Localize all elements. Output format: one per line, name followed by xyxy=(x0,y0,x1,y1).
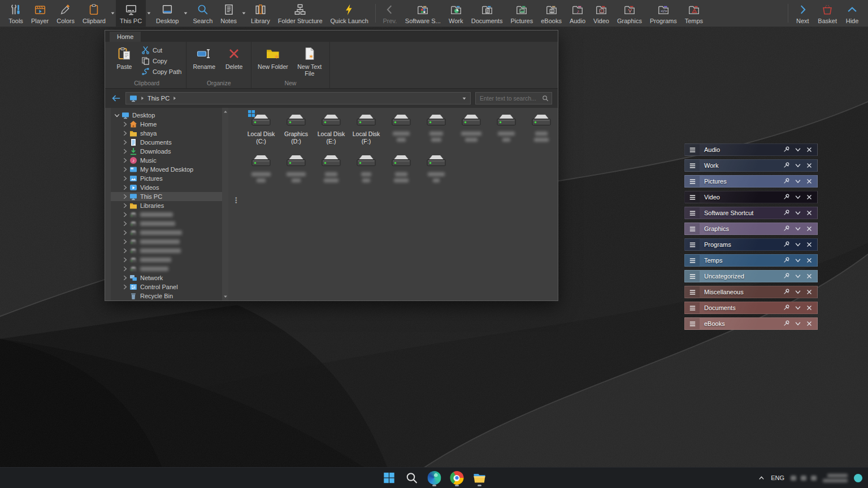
drag-handle-icon[interactable] xyxy=(685,191,700,203)
chevron-right-icon[interactable] xyxy=(122,248,128,254)
chevron-right-icon[interactable] xyxy=(122,230,128,236)
category-bar-miscellaneous[interactable]: Miscellaneous xyxy=(684,286,818,298)
toolbar-item-desktop[interactable]: Desktop xyxy=(152,0,183,27)
toolbar-item-clipbard[interactable]: Clipbard xyxy=(79,0,110,27)
toolbar-dropdown-caret[interactable] xyxy=(183,0,189,27)
chevron-down-icon[interactable] xyxy=(794,304,802,312)
taskbar-icon-start[interactable] xyxy=(381,469,397,486)
breadcrumb[interactable]: This PC xyxy=(125,92,471,104)
close-icon[interactable] xyxy=(805,304,813,312)
clock-redacted[interactable] xyxy=(823,474,848,482)
chevron-right-icon[interactable] xyxy=(122,140,128,145)
close-icon[interactable] xyxy=(805,162,813,169)
category-bar-software-shortcut[interactable]: Software Shortcut xyxy=(684,207,818,219)
tree-item-network[interactable]: Network xyxy=(111,273,228,282)
chevron-right-icon[interactable] xyxy=(122,275,128,281)
toolbar-item-temps[interactable]: Temps xyxy=(681,0,707,27)
chevron-right-icon[interactable] xyxy=(122,149,128,154)
tree-item-shaya[interactable]: shaya xyxy=(111,129,228,138)
back-button[interactable] xyxy=(111,93,121,103)
chevron-right-icon[interactable] xyxy=(122,293,128,299)
pane-splitter[interactable]: ••• xyxy=(228,108,244,300)
toolbar-item-quick-launch[interactable]: Quick Launch xyxy=(327,0,372,27)
chevron-down-icon[interactable] xyxy=(794,256,802,264)
chevron-right-icon[interactable] xyxy=(122,266,128,272)
tree-item-music[interactable]: ♪Music xyxy=(111,156,228,165)
pin-icon[interactable] xyxy=(783,304,791,312)
toolbar-item-work[interactable]: Work xyxy=(445,0,467,27)
close-icon[interactable] xyxy=(805,241,813,249)
chevron-right-icon[interactable] xyxy=(122,194,128,199)
tray-icons-redacted[interactable] xyxy=(791,476,817,481)
toolbar-dropdown-caret[interactable] xyxy=(146,0,152,27)
address-dropdown-caret[interactable] xyxy=(462,96,467,101)
toolbar-item-hide[interactable]: Hide xyxy=(841,0,863,27)
toolbar-item-folder-structure[interactable]: Folder Structure xyxy=(274,0,327,27)
toolbar-item-pictures[interactable]: Pictures xyxy=(506,0,537,27)
chevron-down-icon[interactable] xyxy=(794,177,802,185)
toolbar-item-programs[interactable]: </>Programs xyxy=(646,0,681,27)
toolbar-dropdown-caret[interactable] xyxy=(110,0,116,27)
close-icon[interactable] xyxy=(805,320,813,328)
chevron-down-icon[interactable] xyxy=(794,193,802,201)
drive-item-local-disk-f[interactable]: Local Disk (F:) xyxy=(349,113,384,145)
chevron-right-icon[interactable] xyxy=(122,284,128,290)
pin-icon[interactable] xyxy=(783,241,791,249)
category-bar-documents[interactable]: Documents xyxy=(684,302,818,314)
taskbar-icon-edge[interactable] xyxy=(427,469,442,486)
close-icon[interactable] xyxy=(805,146,813,154)
close-icon[interactable] xyxy=(805,225,813,233)
toolbar-item-prev[interactable]: Prev. xyxy=(379,0,401,27)
tree-item-redacted[interactable] xyxy=(111,264,228,273)
category-bar-ebooks[interactable]: eBooks xyxy=(684,317,818,330)
toolbar-item-audio[interactable]: ♪Audio xyxy=(566,0,589,27)
taskbar-icon-explorer[interactable] xyxy=(472,469,487,486)
pin-icon[interactable] xyxy=(783,320,791,328)
paste-button[interactable]: Paste xyxy=(112,45,137,71)
scroll-down-icon[interactable] xyxy=(223,294,228,299)
search-input[interactable] xyxy=(479,94,540,102)
drive-item-redacted[interactable] xyxy=(454,113,489,145)
toolbar-dropdown-caret[interactable] xyxy=(241,0,247,27)
close-icon[interactable] xyxy=(805,288,813,296)
pin-icon[interactable] xyxy=(783,288,791,296)
tree-scrollbar[interactable] xyxy=(222,108,228,300)
chevron-down-icon[interactable] xyxy=(794,241,802,249)
scroll-up-icon[interactable] xyxy=(223,110,228,114)
pin-icon[interactable] xyxy=(783,162,791,169)
close-icon[interactable] xyxy=(805,272,813,280)
drag-handle-icon[interactable] xyxy=(685,286,700,298)
copy-path-button[interactable]: Copy Path xyxy=(141,67,181,76)
toolbar-item-notes[interactable]: Notes xyxy=(216,0,241,27)
toolbar-item-documents[interactable]: Documents xyxy=(467,0,507,27)
tree-item-libraries[interactable]: Libraries xyxy=(111,201,228,210)
drive-item-redacted[interactable] xyxy=(279,154,314,182)
chevron-right-icon[interactable] xyxy=(122,130,128,136)
drag-handle-icon[interactable] xyxy=(685,223,700,234)
category-bar-video[interactable]: Video xyxy=(684,191,818,203)
chevron-down-icon[interactable] xyxy=(114,112,120,118)
drive-item-redacted[interactable] xyxy=(384,154,419,182)
toolbar-item-software-s[interactable]: Software S... xyxy=(401,0,445,27)
toolbar-item-video[interactable]: Video xyxy=(589,0,613,27)
chevron-down-icon[interactable] xyxy=(794,162,802,169)
category-bar-work[interactable]: Work xyxy=(684,159,818,172)
drag-handle-icon[interactable] xyxy=(685,144,700,155)
copy-button[interactable]: Copy xyxy=(141,56,181,65)
tree-item-documents[interactable]: Documents xyxy=(111,138,228,147)
toolbar-item-library[interactable]: Library xyxy=(247,0,274,27)
language-indicator[interactable]: ENG xyxy=(771,474,784,481)
drive-item-redacted[interactable] xyxy=(489,113,524,145)
drive-item-redacted[interactable] xyxy=(384,113,419,145)
tree-item-my-moved-desktop[interactable]: My Moved Desktop xyxy=(111,165,228,174)
chevron-down-icon[interactable] xyxy=(794,225,802,233)
chevron-right-icon[interactable] xyxy=(122,176,128,181)
taskbar-icon-search[interactable] xyxy=(404,469,419,486)
chevron-down-icon[interactable] xyxy=(794,146,802,154)
tree-item-redacted[interactable] xyxy=(111,237,228,246)
category-bar-pictures[interactable]: Pictures xyxy=(684,175,818,188)
chevron-right-icon[interactable] xyxy=(122,158,128,163)
close-icon[interactable] xyxy=(805,256,813,264)
category-bar-uncategorized[interactable]: Uncategorized xyxy=(684,270,818,282)
pin-icon[interactable] xyxy=(783,209,791,217)
